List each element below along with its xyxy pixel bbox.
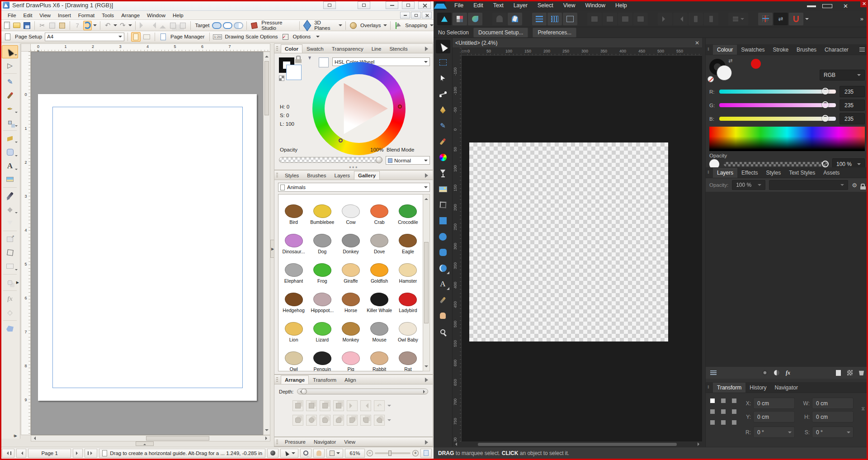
drawing-scale-icon[interactable]: 1:20	[213, 32, 222, 42]
tab-layers[interactable]: Layers	[330, 171, 354, 180]
clipboard-tool-button[interactable]	[326, 449, 343, 458]
point-transform-tool[interactable]	[436, 87, 450, 101]
toolbar-overflow-arrow[interactable]	[316, 36, 320, 39]
export-persona-button[interactable]	[468, 13, 482, 25]
send-backward-button[interactable]	[320, 400, 330, 411]
tab-assets[interactable]: Assets	[819, 168, 844, 178]
3d-planes-icon[interactable]	[303, 21, 311, 30]
pin-window-button[interactable]	[323, 1, 336, 9]
menu-item[interactable]: Window	[144, 12, 169, 19]
menu-item[interactable]: File	[5, 12, 19, 19]
shear-dropdown[interactable]: 0 °	[812, 427, 854, 438]
blend-mode-combobox[interactable]: Normal	[386, 156, 430, 165]
landscape-orientation-button[interactable]	[142, 32, 151, 42]
horizontal-scroll-thumb[interactable]	[146, 436, 209, 441]
link-dimensions-icon[interactable]: ⧖	[861, 406, 865, 412]
gallery-item[interactable]: Cow	[336, 196, 365, 226]
place-image-tool[interactable]	[436, 182, 450, 196]
opacity-slider[interactable]	[724, 162, 828, 166]
artboard-tool[interactable]	[436, 56, 450, 69]
pen-tool[interactable]: ✒	[2, 102, 18, 115]
add-shapes-button[interactable]	[292, 415, 303, 426]
opacity-slider-thumb[interactable]	[376, 156, 382, 163]
snapping-dropdown-arrow[interactable]	[430, 24, 434, 28]
transparency-tool[interactable]	[2, 216, 18, 229]
gallery-item[interactable]: Crab	[365, 196, 394, 226]
tab-colour[interactable]: Colour	[713, 45, 737, 55]
layers-list-empty[interactable]	[706, 192, 868, 367]
tab-styles[interactable]: Styles	[281, 171, 303, 180]
maximize-button[interactable]	[402, 1, 415, 9]
maximize-button[interactable]	[822, 4, 832, 8]
page-setup-icon[interactable]	[3, 32, 12, 42]
menu-edit[interactable]: Edit	[469, 1, 488, 9]
tab-layers[interactable]: Layers	[713, 168, 737, 178]
tab-history[interactable]: History	[745, 383, 770, 393]
gallery-item[interactable]: Owl	[279, 343, 308, 371]
document-tab[interactable]: <Untitled> (2.4%)	[455, 40, 497, 46]
green-channel-value[interactable]: 235	[840, 100, 865, 111]
menu-item[interactable]: Help	[170, 12, 187, 19]
paintbrush-tool[interactable]	[2, 89, 18, 102]
gallery-category-combobox[interactable]: Animals	[278, 183, 430, 192]
3d-planes-label[interactable]: 3D Planes	[314, 20, 336, 31]
rotate-tool-button[interactable]	[83, 21, 92, 30]
ellipse-tool[interactable]	[436, 230, 450, 243]
close-button[interactable]	[418, 1, 431, 9]
blend-options-gear-icon[interactable]: ⚙	[852, 182, 857, 189]
h-input[interactable]: 0 cm	[812, 411, 854, 422]
quickshape-tool[interactable]	[2, 146, 18, 159]
tab-stencils[interactable]: Stencils	[385, 44, 411, 53]
toolbar-overflow-chevron[interactable]: »	[860, 15, 863, 22]
target-fill-button[interactable]	[212, 21, 222, 30]
fill-tool[interactable]: ◆	[2, 203, 18, 216]
color-wheel-triangle[interactable]	[325, 74, 393, 143]
gallery-scroll-down[interactable]	[425, 365, 428, 369]
crop-tool[interactable]	[2, 246, 18, 259]
blue-channel-slider[interactable]	[719, 117, 836, 121]
scroll-right-arrow[interactable]	[698, 442, 701, 446]
pointer-mode-button[interactable]	[280, 449, 298, 458]
picked-colour-chip[interactable]	[751, 59, 761, 69]
move-tool[interactable]	[436, 40, 450, 53]
rotate-cw-button[interactable]	[704, 13, 718, 25]
fill-colour-circle[interactable]	[717, 65, 732, 81]
overlays-dropdown-arrow[interactable]	[383, 24, 387, 28]
combine-more-arrow[interactable]	[387, 419, 391, 423]
tab-effects[interactable]: Effects	[737, 168, 762, 178]
pencil-tool[interactable]: ✎	[436, 119, 450, 133]
open-button[interactable]	[13, 21, 21, 30]
preferences-button[interactable]: Preferences...	[533, 28, 576, 38]
redo-dropdown-arrow[interactable]	[128, 24, 132, 28]
menu-file[interactable]: File	[450, 1, 468, 9]
tab-color[interactable]: Color	[281, 44, 302, 53]
green-slider-thumb[interactable]	[822, 101, 829, 108]
connector-tool[interactable]	[2, 116, 18, 129]
3d-object-tool[interactable]: ◇	[2, 306, 18, 319]
zoom-tool-button[interactable]	[300, 449, 311, 458]
fit-page-button[interactable]	[420, 449, 432, 458]
colour-picker-tool[interactable]	[436, 293, 450, 307]
gallery-item[interactable]: Frog	[308, 255, 336, 285]
menu-item[interactable]: Format	[75, 12, 98, 19]
current-color-chip[interactable]	[319, 57, 329, 67]
gallery-item[interactable]: Dog	[308, 226, 336, 255]
layer-stack-icon[interactable]	[710, 370, 717, 375]
bring-to-front-button[interactable]	[292, 400, 303, 411]
ungroup-button[interactable]	[179, 21, 187, 30]
scroll-up-arrow[interactable]	[265, 54, 269, 57]
order-more-arrow[interactable]	[387, 405, 391, 408]
draw-persona-button[interactable]	[437, 13, 452, 25]
gallery-item[interactable]: Dove	[365, 226, 394, 255]
view-tool[interactable]	[436, 309, 450, 322]
menu-text[interactable]: Text	[489, 1, 508, 9]
menu-help[interactable]: Help	[611, 1, 632, 9]
snapping-dropdown-arrow[interactable]	[805, 18, 809, 22]
page-manager-label[interactable]: Page Manager	[170, 34, 204, 39]
gallery-scroll-thumb[interactable]	[424, 242, 429, 323]
color-picker-tool[interactable]	[2, 189, 18, 202]
subtract-shapes-button[interactable]	[306, 415, 317, 426]
gallery-item[interactable]: Crocodile	[394, 196, 422, 226]
envelope-tool[interactable]	[2, 260, 18, 273]
ruler-origin-corner[interactable]	[21, 43, 31, 52]
